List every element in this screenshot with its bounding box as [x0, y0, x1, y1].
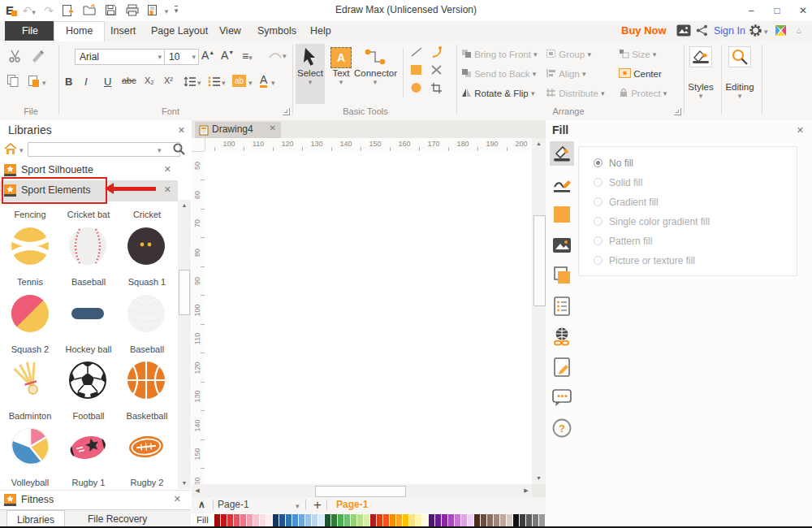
- bold-button[interactable]: B: [65, 76, 72, 88]
- fill-option-solid-fill[interactable]: Solid fill: [594, 177, 642, 192]
- help-icon[interactable]: ?: [550, 416, 574, 440]
- close-icon[interactable]: ✕: [178, 125, 185, 136]
- line-style-icon[interactable]: [550, 172, 574, 197]
- paste-button[interactable]: [28, 74, 41, 88]
- palette-swatch[interactable]: [370, 514, 376, 526]
- chevron-down-icon[interactable]: ▾: [764, 28, 768, 36]
- palette-swatch[interactable]: [448, 514, 454, 526]
- shape-item-football[interactable]: Football: [59, 411, 118, 421]
- page-tab-active[interactable]: Page-1: [336, 499, 368, 510]
- palette-swatch[interactable]: [416, 514, 421, 526]
- gallery-icon[interactable]: [676, 24, 691, 37]
- tab-file[interactable]: File: [5, 21, 55, 41]
- tab-libraries[interactable]: Libraries: [6, 510, 65, 528]
- comment-icon[interactable]: [550, 385, 574, 409]
- subscript-button[interactable]: X₂: [145, 76, 154, 85]
- copy-button[interactable]: [6, 74, 19, 88]
- shape-item-badminton[interactable]: Badminton: [1, 411, 59, 421]
- palette-swatch[interactable]: [442, 514, 447, 526]
- palette-swatch[interactable]: [364, 514, 369, 526]
- ellipse-tool-button[interactable]: [410, 82, 425, 95]
- fill-style-icon[interactable]: [550, 141, 574, 166]
- text-highlight-button[interactable]: ab: [232, 75, 246, 87]
- collapse-pages-icon[interactable]: ∧: [198, 499, 205, 510]
- select-tool-button[interactable]: Select ▾: [296, 44, 325, 104]
- page-selector[interactable]: Page-1: [218, 499, 249, 510]
- palette-swatch[interactable]: [487, 514, 493, 526]
- tab-home[interactable]: Home: [54, 21, 105, 41]
- palette-swatch[interactable]: [474, 514, 480, 526]
- shape-item-cricket[interactable]: Cricket: [118, 210, 176, 219]
- palette-swatch[interactable]: [331, 514, 337, 526]
- palette-swatch[interactable]: [266, 514, 272, 526]
- baseball-textured-icon[interactable]: [126, 293, 166, 334]
- palette-swatch[interactable]: [357, 514, 363, 526]
- canvas-v-scrollbar[interactable]: ▲ ▼: [532, 138, 546, 484]
- library-home-button[interactable]: [3, 142, 18, 155]
- cut-button[interactable]: [8, 50, 22, 63]
- palette-swatch[interactable]: [377, 514, 382, 526]
- palette-swatch[interactable]: [539, 514, 545, 526]
- align-button[interactable]: Align ▾: [546, 68, 586, 80]
- shape-properties-icon[interactable]: [550, 294, 574, 318]
- font-color-button[interactable]: A: [260, 74, 267, 88]
- drawing-canvas[interactable]: [205, 151, 532, 484]
- palette-swatch[interactable]: [429, 514, 434, 526]
- palette-swatch[interactable]: [279, 514, 285, 526]
- chevron-down-icon[interactable]: ▾: [296, 502, 300, 510]
- arc-tool-button[interactable]: [430, 46, 445, 59]
- chevron-down-icon[interactable]: ▾: [158, 146, 162, 154]
- fill-option-picture-or-texture-fill[interactable]: Picture or texture fill: [594, 255, 695, 270]
- tab-file-recovery[interactable]: File Recovery: [78, 510, 157, 528]
- shape-item-rugby-1[interactable]: Rugby 1: [59, 478, 118, 487]
- rectangle-tool-button[interactable]: [410, 64, 425, 77]
- palette-swatch[interactable]: [422, 514, 428, 526]
- scroll-up-icon[interactable]: ▲: [178, 200, 191, 211]
- palette-swatch[interactable]: [390, 514, 395, 526]
- palette-swatch[interactable]: [286, 514, 292, 526]
- shape-item-cricket-bat[interactable]: Cricket bat: [59, 210, 118, 219]
- palette-swatch[interactable]: [227, 514, 233, 526]
- close-button[interactable]: ✕: [793, 2, 812, 19]
- palette-swatch[interactable]: [494, 514, 499, 526]
- palette-swatch[interactable]: [325, 514, 330, 526]
- center-button[interactable]: Center: [619, 68, 662, 80]
- palette-swatch[interactable]: [253, 514, 259, 526]
- maximize-button[interactable]: □: [767, 2, 788, 19]
- group-button[interactable]: Group ▾: [546, 49, 591, 60]
- palette-swatch[interactable]: [468, 514, 473, 526]
- dialog-launcher-icon[interactable]: [283, 108, 290, 115]
- palette-swatch[interactable]: [292, 514, 298, 526]
- buy-now-link[interactable]: Buy Now: [621, 24, 667, 37]
- hyperlink-icon[interactable]: [550, 324, 574, 348]
- tab-help[interactable]: Help: [299, 21, 343, 41]
- close-icon[interactable]: ✕: [797, 125, 804, 136]
- palette-swatch[interactable]: [214, 514, 220, 526]
- dialog-launcher-icon[interactable]: [674, 108, 681, 115]
- rotate-flip-button[interactable]: Rotate & Flip ▾: [461, 88, 534, 99]
- close-icon[interactable]: ✕: [164, 164, 171, 175]
- hockey-puck-icon[interactable]: [67, 293, 108, 334]
- palette-swatch[interactable]: [409, 514, 415, 526]
- palette-swatch[interactable]: [435, 514, 441, 526]
- palette-swatch[interactable]: [481, 514, 486, 526]
- minimize-button[interactable]: –: [741, 2, 762, 19]
- palette-swatch[interactable]: [526, 514, 532, 526]
- palette-swatch[interactable]: [273, 514, 279, 526]
- layer-icon[interactable]: [550, 263, 574, 288]
- scrollbar-thumb[interactable]: [533, 215, 546, 306]
- chevron-down-icon[interactable]: ▾: [42, 79, 46, 87]
- scroll-left-icon[interactable]: ◀: [192, 484, 203, 497]
- document-tab[interactable]: Drawing4 ✕: [195, 122, 281, 138]
- scrollbar-thumb[interactable]: [179, 270, 190, 315]
- shape-item-squash-1[interactable]: Squash 1: [118, 277, 176, 287]
- scroll-up-icon[interactable]: ▲: [532, 138, 546, 149]
- close-icon[interactable]: ✕: [174, 494, 181, 504]
- shape-item-fencing[interactable]: Fencing: [1, 210, 59, 219]
- scroll-down-icon[interactable]: ▼: [532, 473, 546, 484]
- search-icon[interactable]: [172, 142, 186, 156]
- increase-font-size-button[interactable]: A▲: [201, 49, 214, 62]
- line-tool-button[interactable]: [410, 46, 425, 59]
- soccer-ball-icon[interactable]: [67, 360, 108, 400]
- palette-swatch[interactable]: [500, 514, 506, 526]
